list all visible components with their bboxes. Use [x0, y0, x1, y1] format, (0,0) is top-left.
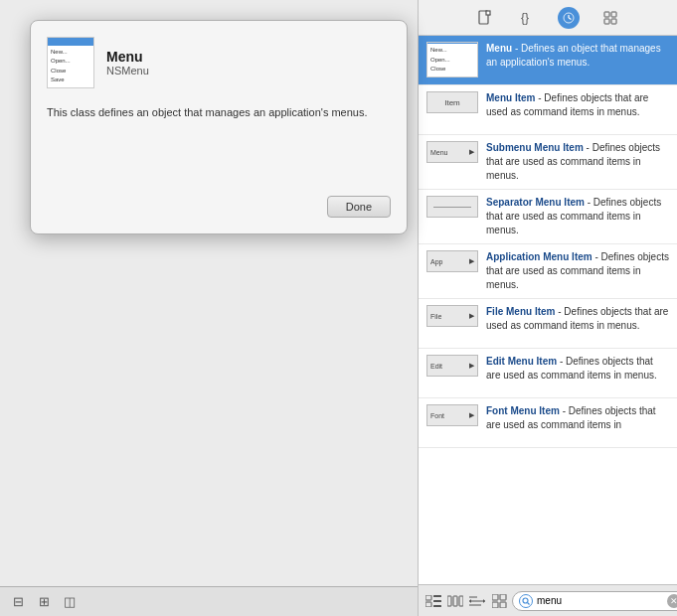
svg-rect-12 — [425, 595, 431, 600]
items-list: New...Open...Close Menu - Defines an obj… — [419, 36, 677, 584]
item-name: Application Menu Item — [486, 251, 592, 262]
svg-rect-8 — [604, 12, 609, 17]
search-icon — [519, 594, 533, 608]
svg-rect-17 — [447, 596, 451, 606]
bottom-bar-icons — [424, 592, 486, 610]
edit-submenu-icon: Edit ▶ — [426, 355, 478, 377]
svg-rect-19 — [459, 596, 463, 606]
left-panel: New...Open...CloseSave Menu NSMenu This … — [0, 0, 418, 616]
label-icon: Item — [426, 91, 478, 113]
separator-icon — [426, 196, 478, 218]
item-name: File Menu Item — [486, 306, 555, 317]
item-text: Separator Menu Item - Defines objects th… — [486, 196, 669, 237]
popup-description: This class defines an object that manage… — [47, 100, 391, 180]
list-item[interactable]: Edit ▶ Edit Menu Item - Defines objects … — [419, 349, 677, 398]
list-item[interactable]: Font ▶ Font Menu Item - Defines objects … — [419, 398, 677, 448]
font-submenu-icon: Font ▶ — [426, 404, 478, 426]
item-name: Menu — [486, 43, 512, 54]
popup-title-area: Menu NSMenu — [106, 49, 149, 77]
svg-rect-25 — [492, 594, 498, 600]
bottom-bar: ✕ — [419, 584, 677, 616]
item-name: Font Menu Item — [486, 405, 560, 416]
list-item[interactable]: File ▶ File Menu Item - Defines objects … — [419, 299, 677, 349]
svg-rect-9 — [611, 12, 616, 17]
size-indicator-icon[interactable]: ◫ — [60, 592, 80, 612]
top-toolbar: {} — [419, 0, 677, 36]
column-view-icon[interactable]: ⊞ — [34, 592, 54, 612]
braces-icon[interactable]: {} — [516, 7, 538, 29]
list-item[interactable]: App ▶ Application Menu Item - Defines ob… — [419, 244, 677, 299]
item-name: Submenu Menu Item — [486, 142, 584, 153]
svg-rect-16 — [425, 602, 431, 607]
svg-rect-13 — [433, 595, 441, 597]
icon-bar — [48, 38, 93, 46]
popup-subtitle: NSMenu — [106, 65, 149, 77]
svg-marker-23 — [483, 599, 485, 603]
svg-marker-24 — [469, 599, 471, 603]
item-text: Edit Menu Item - Defines objects that ar… — [486, 355, 669, 383]
popup-header: New...Open...CloseSave Menu NSMenu — [47, 37, 391, 88]
popup-title: Menu — [106, 49, 149, 65]
menu-item-icon: New...Open...Close — [426, 42, 478, 77]
list-icon[interactable] — [424, 592, 442, 610]
list-item[interactable]: Separator Menu Item - Defines objects th… — [419, 190, 677, 244]
document-icon[interactable] — [474, 7, 496, 29]
svg-line-30 — [528, 602, 530, 604]
item-connector: - Defines an object that manages an appl… — [486, 43, 661, 68]
item-name: Menu Item — [486, 92, 535, 103]
search-input[interactable] — [537, 595, 663, 606]
item-text: Menu Item - Defines objects that are use… — [486, 91, 669, 119]
svg-rect-2 — [486, 11, 490, 15]
grid-view-icon[interactable] — [492, 592, 508, 610]
svg-rect-27 — [492, 602, 498, 608]
svg-rect-28 — [500, 602, 506, 608]
app-submenu-icon: App ▶ — [426, 250, 478, 272]
done-button[interactable]: Done — [327, 196, 391, 218]
svg-rect-14 — [433, 600, 441, 602]
svg-rect-18 — [453, 596, 457, 606]
list-item[interactable]: Menu ▶ Submenu Menu Item - Defines objec… — [419, 135, 677, 190]
item-text: Font Menu Item - Defines objects that ar… — [486, 404, 669, 432]
svg-rect-26 — [500, 594, 506, 600]
list-view-icon[interactable]: ⊟ — [8, 592, 28, 612]
icon-items: New...Open...CloseSave — [48, 46, 93, 87]
svg-rect-15 — [433, 605, 441, 607]
size-icon[interactable] — [468, 592, 486, 610]
icon-items-mini: New...Open...Close — [427, 44, 477, 77]
right-panel: {} New...Open...Close — [418, 0, 677, 616]
left-bottom-toolbar: ⊟ ⊞ ◫ — [0, 586, 418, 616]
item-text: Application Menu Item - Defines objects … — [486, 250, 669, 292]
file-submenu-icon: File ▶ — [426, 305, 478, 327]
popup-dialog: New...Open...CloseSave Menu NSMenu This … — [30, 20, 408, 234]
search-container: ✕ — [512, 591, 677, 611]
svg-text:{}: {} — [521, 11, 529, 25]
clock-circle-icon[interactable] — [558, 7, 580, 29]
svg-rect-11 — [611, 19, 616, 24]
list-item[interactable]: Item Menu Item - Defines objects that ar… — [419, 85, 677, 135]
column-icon[interactable] — [446, 592, 464, 610]
grid-icon[interactable] — [599, 7, 621, 29]
item-text: Menu - Defines an object that manages an… — [486, 42, 669, 70]
list-item[interactable]: New...Open...Close Menu - Defines an obj… — [419, 36, 677, 85]
popup-icon: New...Open...CloseSave — [47, 37, 94, 88]
svg-point-29 — [523, 598, 528, 603]
clear-search-icon[interactable]: ✕ — [667, 594, 677, 608]
item-text: Submenu Menu Item - Defines objects that… — [486, 141, 669, 183]
popup-footer: Done — [47, 196, 391, 218]
item-name: Edit Menu Item — [486, 356, 557, 367]
submenu-icon: Menu ▶ — [426, 141, 478, 163]
item-text: File Menu Item - Defines objects that ar… — [486, 305, 669, 333]
svg-rect-10 — [604, 19, 609, 24]
separator-line — [433, 207, 471, 208]
item-name: Separator Menu Item — [486, 197, 585, 208]
